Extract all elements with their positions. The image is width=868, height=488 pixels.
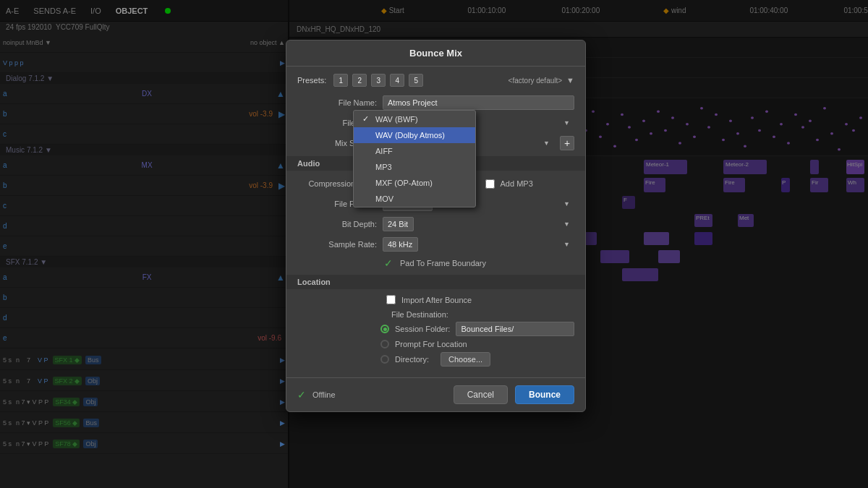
preset-btn-4[interactable]: 4	[390, 74, 404, 87]
preset-btn-3[interactable]: 3	[371, 74, 386, 87]
bit-depth-select-wrapper: 24 Bit ▼	[383, 217, 574, 231]
choose-button[interactable]: Choose...	[441, 352, 490, 367]
session-folder-row: Session Folder:	[297, 322, 574, 336]
bounce-button[interactable]: Bounce	[515, 385, 574, 404]
bounce-mix-dialog: Bounce Mix Presets: 1 2 3 4 5 <factory d…	[286, 40, 586, 412]
preset-btn-2[interactable]: 2	[352, 74, 367, 87]
sample-rate-arrow: ▼	[563, 241, 570, 248]
import-after-bounce-label: Import After Bounce	[401, 296, 472, 304]
pad-to-frame-label: Pad To Frame Boundary	[400, 259, 486, 267]
dropdown-item-mxf[interactable]: MXF (OP-Atom)	[354, 175, 475, 191]
directory-label: Directory:	[395, 355, 429, 364]
dropdown-item-aiff[interactable]: AIFF	[354, 143, 475, 159]
bit-depth-label: Bit Depth:	[297, 220, 377, 228]
dialog-title: Bounce Mix	[286, 40, 585, 67]
import-after-bounce-checkbox[interactable]	[386, 295, 396, 304]
file-type-arrow: ▼	[563, 119, 570, 127]
sample-rate-select-wrapper: 48 kHz ▼	[383, 237, 574, 252]
prompt-for-location-row: Prompt For Location	[297, 340, 574, 348]
dialog-footer: ✓ Offline Cancel Bounce	[286, 377, 585, 411]
directory-row: Directory: Choose...	[297, 352, 574, 367]
dropdown-item-wav-atmos[interactable]: WAV (Dolby Atmos)	[354, 127, 475, 143]
file-name-row: File Name:	[297, 95, 574, 110]
session-folder-radio[interactable]	[380, 325, 389, 333]
preset-btn-5[interactable]: 5	[409, 74, 423, 87]
location-section-divider: Location	[286, 275, 585, 289]
sample-rate-select[interactable]: 48 kHz	[383, 237, 418, 252]
preset-btn-1[interactable]: 1	[333, 74, 348, 87]
session-folder-label: Session Folder:	[395, 325, 450, 333]
file-name-label: File Name:	[297, 98, 377, 107]
bit-depth-arrow: ▼	[563, 221, 570, 228]
factory-default-label: <factory default>	[509, 77, 563, 85]
offline-row: ✓ Offline	[297, 389, 446, 401]
location-section: Import After Bounce File Destination: Se…	[297, 295, 574, 367]
directory-radio[interactable]	[380, 355, 389, 364]
presets-row: Presets: 1 2 3 4 5 <factory default> ▼	[297, 74, 574, 87]
cancel-button[interactable]: Cancel	[454, 385, 508, 404]
prompt-for-location-radio[interactable]	[380, 340, 389, 348]
bit-depth-select[interactable]: 24 Bit	[383, 217, 414, 231]
mix-source-add-btn[interactable]: +	[560, 136, 574, 150]
import-after-bounce-row: Import After Bounce	[297, 295, 574, 304]
offline-label: Offline	[312, 390, 336, 399]
file-name-input[interactable]	[383, 95, 574, 110]
preset-dropdown-arrow[interactable]: ▼	[566, 76, 574, 85]
presets-label: Presets:	[297, 76, 326, 85]
pad-to-frame-check: ✓	[384, 257, 393, 269]
pad-to-frame-row: ✓ Pad To Frame Boundary	[297, 257, 574, 269]
session-folder-input[interactable]	[456, 322, 574, 336]
sample-rate-row: Sample Rate: 48 kHz ▼	[297, 237, 574, 252]
dropdown-item-mp3[interactable]: MP3	[354, 159, 475, 175]
dropdown-item-wav-bwf[interactable]: ✓ WAV (BWF)	[354, 111, 475, 127]
offline-check-icon: ✓	[297, 389, 306, 401]
prompt-for-location-label: Prompt For Location	[395, 340, 467, 348]
file-format-arrow: ▼	[563, 200, 570, 207]
file-type-dropdown-menu: ✓ WAV (BWF) WAV (Dolby Atmos) AIFF MP3 M…	[353, 110, 476, 207]
mix-source-arrow: ▼	[543, 140, 550, 147]
bit-depth-row: Bit Depth: 24 Bit ▼	[297, 217, 574, 231]
file-destination-label: File Destination:	[305, 310, 574, 319]
add-mp3-label: Add MP3	[501, 179, 533, 188]
add-mp3-checkbox[interactable]	[485, 179, 495, 189]
sample-rate-label: Sample Rate:	[297, 240, 377, 249]
dropdown-item-mov[interactable]: MOV	[354, 191, 475, 207]
